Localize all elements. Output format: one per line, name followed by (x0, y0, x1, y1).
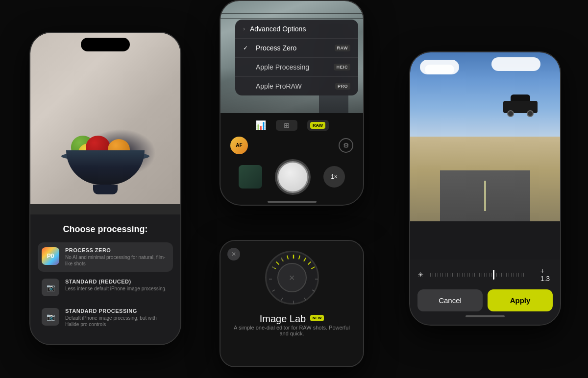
road (440, 170, 530, 221)
svg-line-6 (304, 258, 306, 261)
cam-second-row: AF ⚙ (220, 134, 363, 157)
right-phone: ☀ // Generated inline below + 1.3 Cancel… (409, 51, 561, 326)
tick-mark (438, 273, 438, 277)
processing-item-p0[interactable]: P0 PROCESS ZERO No AI and minimal proces… (38, 242, 173, 272)
thumbnail-preview[interactable] (239, 165, 262, 189)
dial-ring: ✕ (265, 251, 319, 305)
tick-mark (479, 273, 480, 277)
car (503, 100, 538, 117)
tick-mark (442, 273, 443, 277)
camera-controls: 📊 ⊞ RAW AF ⚙ 1× (220, 113, 363, 205)
dropdown-apple-proraw[interactable]: Apple ProRAW PRO (235, 76, 358, 95)
dropdown-apple-processing[interactable]: Apple Processing HEIC (235, 57, 358, 76)
histogram-icon[interactable]: 📊 (255, 120, 266, 131)
raw-badge: RAW (335, 45, 351, 51)
tick-mark (499, 273, 499, 277)
processing-item-standard[interactable]: 📷 STANDARD PROCESSING Default iPhone ima… (38, 303, 173, 332)
standard-name: STANDARD PROCESSING (65, 308, 169, 314)
center-bottom-phone: ✕ (220, 240, 364, 367)
tick-mark (506, 273, 507, 277)
edit-panel: ☀ // Generated inline below + 1.3 Cancel… (410, 260, 560, 325)
apply-button[interactable]: Apply (488, 289, 553, 311)
raw-active-badge: RAW (310, 122, 325, 129)
cancel-label: Cancel (439, 296, 462, 305)
apple-proraw-label: Apple ProRAW (256, 82, 330, 90)
tick-mark (433, 273, 433, 277)
svg-line-13 (281, 298, 283, 300)
process-zero-label: Process Zero (256, 44, 330, 52)
svg-line-14 (272, 290, 274, 291)
reduced-name: STANDARD (REDUCED) (65, 279, 167, 284)
p0-desc: No AI and minimal processing for natural… (65, 254, 169, 267)
zoom-button[interactable]: 1× (323, 166, 345, 188)
tick-mark (428, 273, 428, 277)
home-indicator (268, 201, 317, 203)
image-lab-desc: A simple one-dial editor for RAW shots. … (220, 325, 363, 336)
dropdown-menu: › Advanced Options ✓ Process Zero RAW Ap… (235, 20, 358, 95)
svg-line-10 (312, 290, 315, 291)
pro-badge: PRO (335, 83, 350, 90)
tick-mark (460, 273, 460, 277)
tick-mark (447, 273, 448, 277)
dropdown-process-zero[interactable]: ✓ Process Zero RAW (235, 38, 358, 57)
dropdown-advanced-options[interactable]: › Advanced Options (235, 20, 358, 38)
tick-mark (435, 273, 436, 277)
tick-mark (521, 273, 521, 277)
svg-line-7 (308, 262, 311, 265)
shutter-button[interactable] (277, 161, 309, 193)
p0-name: PROCESS ZERO (65, 247, 169, 253)
left-phone: Choose processing: P0 PROCESS ZERO No AI… (29, 32, 181, 345)
center-bottom-screen: ✕ (220, 241, 363, 366)
tick-mark (489, 273, 490, 277)
shutter-row: 1× (220, 157, 363, 197)
right-home-indicator (466, 315, 505, 317)
raw-tab[interactable]: RAW (307, 120, 329, 131)
processing-item-reduced[interactable]: 📷 STANDARD (REDUCED) Less intense defaul… (38, 274, 173, 301)
image-lab-title: Image Lab (260, 313, 306, 324)
close-icon: ✕ (231, 251, 236, 258)
settings-button[interactable]: ⚙ (339, 138, 353, 153)
dial-center-button[interactable]: ✕ (277, 263, 307, 292)
reduced-text: STANDARD (REDUCED) Less intense default … (65, 279, 167, 292)
cancel-button[interactable]: Cancel (417, 289, 483, 311)
reduced-desc: Less intense default iPhone image proces… (65, 285, 167, 292)
p0-icon: P0 (42, 247, 59, 265)
tick-mark (462, 273, 463, 277)
tick-mark (474, 273, 475, 277)
car-wheel-right (527, 110, 534, 117)
dial-cross-icon: ✕ (289, 273, 295, 283)
tick-mark (430, 273, 431, 277)
cloud-2 (425, 65, 454, 74)
cloud-3 (491, 57, 540, 71)
tick-mark (467, 273, 467, 277)
landscape-photo (410, 52, 560, 221)
apply-label: Apply (510, 296, 531, 305)
right-phone-screen: ☀ // Generated inline below + 1.3 Cancel… (410, 52, 560, 325)
road-line (484, 181, 486, 211)
tick-mark (472, 273, 472, 277)
chevron-right-icon: › (243, 25, 245, 32)
center-top-screen: › Advanced Options ✓ Process Zero RAW Ap… (220, 1, 363, 205)
af-button[interactable]: AF (230, 137, 248, 154)
grid-tab[interactable]: ⊞ (276, 120, 297, 131)
close-button[interactable]: ✕ (227, 248, 240, 260)
road-area (410, 137, 560, 221)
bowl-base (93, 185, 118, 194)
standard-icon: 📷 (42, 308, 59, 326)
tick-mark (440, 273, 441, 277)
left-phone-screen: Choose processing: P0 PROCESS ZERO No AI… (30, 33, 180, 344)
standard-desc: Default iPhone image processing, but wit… (65, 315, 169, 328)
p0-text: PROCESS ZERO No AI and minimal processin… (65, 247, 169, 267)
slider-thumb[interactable] (493, 270, 494, 280)
svg-line-8 (311, 267, 315, 269)
af-label: AF (236, 142, 242, 148)
gear-icon: ⚙ (343, 142, 349, 149)
tick-mark (487, 273, 487, 277)
advanced-options-label: Advanced Options (250, 25, 350, 33)
slider-ticks[interactable]: // Generated inline below (428, 270, 537, 280)
grid-icon: ⊞ (284, 121, 290, 129)
image-lab-dial[interactable]: ✕ (265, 251, 319, 305)
apple-processing-label: Apple Processing (256, 63, 329, 71)
svg-line-11 (304, 298, 306, 300)
tick-mark (450, 273, 450, 277)
